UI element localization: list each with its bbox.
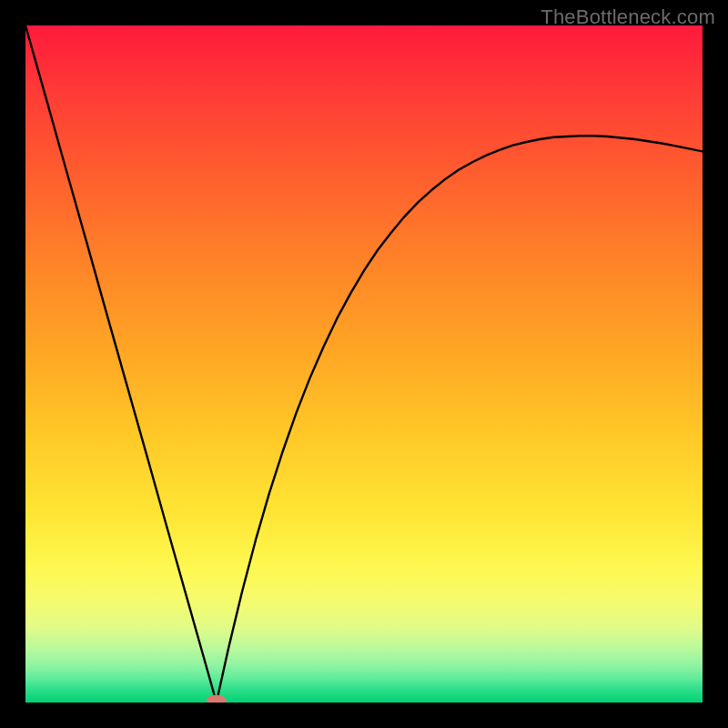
curve-right (217, 136, 703, 703)
chart-frame: TheBottleneck.com (0, 0, 728, 728)
minimum-marker (207, 695, 227, 703)
curve-layer (25, 25, 703, 703)
plot-area (25, 25, 703, 703)
curve-left (25, 25, 217, 703)
watermark-text: TheBottleneck.com (541, 5, 715, 29)
